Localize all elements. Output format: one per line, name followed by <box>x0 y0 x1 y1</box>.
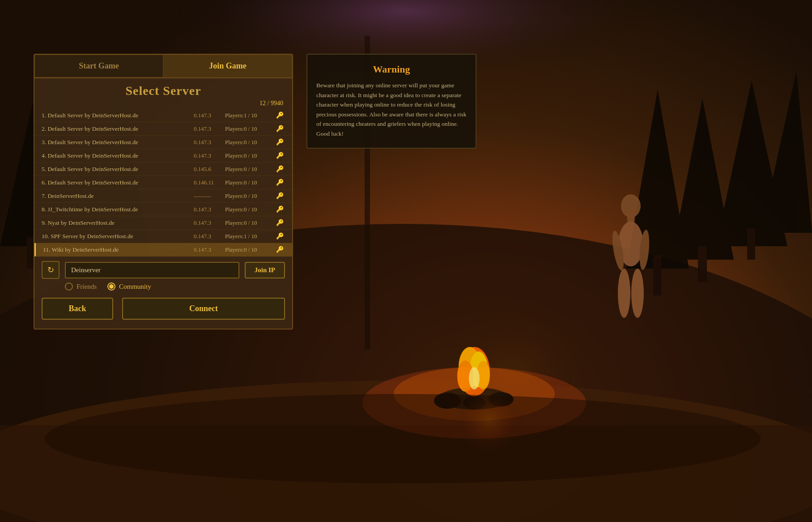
server-name: 7. DeinServerHost.de <box>42 193 194 200</box>
server-name-input[interactable] <box>65 262 239 278</box>
server-players: Players:0 / 10 <box>225 152 274 159</box>
lock-icon: 🔑 <box>274 179 285 186</box>
server-counter: 12 / 9940 <box>34 100 292 107</box>
server-list: 1. Default Server by DeinServerHost.de 0… <box>34 109 292 257</box>
server-name: 6. Default Server by DeinServerHost.de <box>42 179 194 186</box>
filter-community[interactable]: Community <box>107 282 151 291</box>
server-row[interactable]: 7. DeinServerHost.de ——— Players:0 / 10 … <box>34 189 292 203</box>
server-version: 0.147.3 <box>194 219 225 227</box>
server-version: 0.147.3 <box>194 206 225 213</box>
community-radio[interactable] <box>107 282 115 291</box>
ui-container: Start Game Join Game Select Server 12 / … <box>34 54 476 329</box>
server-name: 4. Default Server by DeinServerHost.de <box>42 152 194 159</box>
server-row[interactable]: 1. Default Server by DeinServerHost.de 0… <box>34 109 292 122</box>
join-ip-button[interactable]: Join IP <box>245 262 285 278</box>
server-version: 0.147.3 <box>194 152 225 159</box>
filter-row: Friends Community <box>42 282 285 291</box>
server-players: Players:0 / 10 <box>225 139 274 146</box>
lock-icon: 🔑 <box>274 111 285 119</box>
server-row[interactable]: 11. Wiki by DeinServerHost.de 0.147.3 Pl… <box>34 243 292 257</box>
lock-icon: 🔑 <box>274 152 285 159</box>
server-players: Players:1 / 10 <box>225 233 274 240</box>
server-version: 0.147.3 <box>194 125 225 133</box>
action-row: Back Connect <box>34 291 292 320</box>
friends-radio[interactable] <box>65 282 73 291</box>
server-name: 10. SPF Server by DeinServerHost.de <box>42 233 194 240</box>
server-row[interactable]: 9. Nyat by DeinServerHost.de 0.147.3 Pla… <box>34 216 292 230</box>
server-version: 0.147.3 <box>194 139 225 146</box>
server-players: Players:0 / 10 <box>225 193 274 200</box>
server-version: 0.147.3 <box>194 112 225 119</box>
lock-icon: 🔑 <box>274 219 285 227</box>
tab-join-game[interactable]: Join Game <box>163 55 292 77</box>
server-name: 5. Default Server by DeinServerHost.de <box>42 166 194 173</box>
server-version: 0.147.3 <box>194 246 225 253</box>
lock-icon: 🔑 <box>274 192 285 200</box>
tab-bar: Start Game Join Game <box>34 55 292 78</box>
connect-button[interactable]: Connect <box>122 298 285 320</box>
server-row[interactable]: 4. Default Server by DeinServerHost.de 0… <box>34 149 292 163</box>
server-row[interactable]: 2. Default Server by DeinServerHost.de 0… <box>34 122 292 136</box>
panel-title: Select Server <box>34 78 292 100</box>
server-name: 1. Default Server by DeinServerHost.de <box>42 112 194 119</box>
server-players: Players:0 / 10 <box>225 219 274 227</box>
bottom-controls: ↻ Join IP Friends Community <box>34 257 292 291</box>
lock-icon: 🔑 <box>274 232 285 240</box>
server-row[interactable]: 6. Default Server by DeinServerHost.de 0… <box>34 176 292 189</box>
server-name: 9. Nyat by DeinServerHost.de <box>42 219 194 227</box>
input-row: ↻ Join IP <box>42 261 285 279</box>
back-button[interactable]: Back <box>42 298 113 320</box>
lock-icon: 🔑 <box>274 138 285 146</box>
server-row[interactable]: 5. Default Server by DeinServerHost.de 0… <box>34 163 292 176</box>
server-name: 3. Default Server by DeinServerHost.de <box>42 139 194 146</box>
server-players: Players:0 / 10 <box>225 246 274 253</box>
filter-friends[interactable]: Friends <box>65 282 97 291</box>
community-label: Community <box>119 283 151 291</box>
refresh-button[interactable]: ↻ <box>42 261 60 279</box>
server-version: 0.147.3 <box>194 233 225 240</box>
warning-title: Warning <box>316 64 467 75</box>
server-version: 0.146.11 <box>194 179 225 186</box>
server-players: Players:1 / 10 <box>225 112 274 119</box>
lock-icon: 🔑 <box>274 205 285 213</box>
warning-text: Beware that joining any online server wi… <box>316 81 467 139</box>
server-version: 0.145.6 <box>194 166 225 173</box>
server-panel: Start Game Join Game Select Server 12 / … <box>34 54 293 329</box>
server-name: 2. Default Server by DeinServerHost.de <box>42 125 194 133</box>
server-row[interactable]: 3. Default Server by DeinServerHost.de 0… <box>34 136 292 149</box>
lock-icon: 🔑 <box>274 125 285 133</box>
tab-start-game[interactable]: Start Game <box>34 55 163 77</box>
server-players: Players:0 / 10 <box>225 206 274 213</box>
server-name: 11. Wiki by DeinServerHost.de <box>43 246 194 253</box>
server-row[interactable]: 8. JJ_Twitchtime by DeinServerHost.de 0.… <box>34 203 292 216</box>
server-players: Players:0 / 10 <box>225 125 274 133</box>
server-name: 8. JJ_Twitchtime by DeinServerHost.de <box>42 206 194 213</box>
server-row[interactable]: 10. SPF Server by DeinServerHost.de 0.14… <box>34 230 292 243</box>
warning-panel: Warning Beware that joining any online s… <box>306 54 476 149</box>
server-players: Players:0 / 10 <box>225 179 274 186</box>
lock-icon: 🔑 <box>274 165 285 173</box>
server-players: Players:0 / 10 <box>225 166 274 173</box>
friends-label: Friends <box>77 283 97 291</box>
server-version: ——— <box>194 193 225 200</box>
lock-icon: 🔑 <box>274 246 285 253</box>
